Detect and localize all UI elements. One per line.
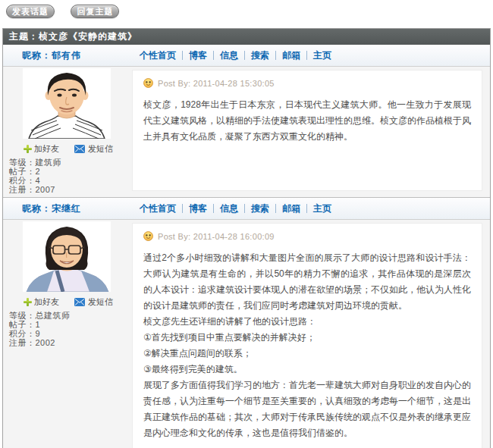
plus-icon — [24, 298, 32, 306]
avatar — [23, 221, 111, 292]
link-homepage[interactable]: 主页 — [307, 204, 338, 213]
avatar — [23, 68, 111, 139]
forum-thread-page: 发表话题 回复主题 主题：桢文彦《安静的建筑》 昵称：郁有伟 个性首页 博客 信… — [0, 0, 493, 448]
post-1: 昵称：郁有伟 个性首页 博客 信息 搜索 邮箱 主页 — [3, 45, 490, 197]
plus-icon — [24, 145, 32, 153]
link-mailbox[interactable]: 邮箱 — [276, 204, 307, 213]
sidebar-actions: 加好友 发短信 — [24, 143, 130, 155]
add-friend-link[interactable]: 加好友 — [24, 296, 59, 308]
post-1-content-box: Post By: 2011-04-28 15:30:05 桢文彦，1928年出生… — [132, 70, 482, 191]
link-search[interactable]: 搜索 — [245, 204, 276, 213]
post-timestamp: Post By: 2011-04-28 16:00:09 — [158, 232, 275, 241]
link-homepage[interactable]: 主页 — [307, 51, 338, 60]
user-links: 个性首页 博客 信息 搜索 邮箱 主页 — [133, 204, 338, 213]
stat-points: 积分：9 — [9, 329, 130, 338]
send-message-label: 发短信 — [88, 296, 113, 308]
post-2-body: 加好友 发短信 等级：总建筑师 帖子：1 积分：9 注册：2 — [3, 220, 490, 448]
post-1-header: 昵称：郁有伟 个性首页 博客 信息 搜索 邮箱 主页 — [3, 45, 490, 67]
post-meta: Post By: 2011-04-28 16:00:09 — [143, 231, 471, 241]
stat-points: 积分：4 — [9, 176, 130, 185]
sidebar-actions: 加好友 发短信 — [24, 296, 130, 308]
link-search[interactable]: 搜索 — [245, 51, 276, 60]
link-info[interactable]: 信息 — [214, 51, 245, 60]
stat-registered: 注册：2002 — [9, 338, 130, 347]
smiley-icon — [143, 78, 153, 88]
thread-title-bar: 主题：桢文彦《安静的建筑》 — [3, 29, 490, 45]
user-stats: 等级：建筑师 帖子：2 积分：4 注册：2007 — [9, 158, 130, 194]
link-blog[interactable]: 博客 — [183, 51, 214, 60]
user-links: 个性首页 博客 信息 搜索 邮箱 主页 — [133, 51, 338, 60]
send-message-link[interactable]: 发短信 — [74, 296, 113, 308]
add-friend-link[interactable]: 加好友 — [24, 143, 59, 155]
add-friend-label: 加好友 — [34, 143, 59, 155]
post-text: 通过2个多小时细致的讲解和大量图片全面的展示了大师的设计思路和设计手法：大师认为… — [143, 250, 471, 441]
post-list-item-1: ①首先找到项目中重点要解决的并解决好； — [143, 330, 471, 346]
send-message-label: 发短信 — [88, 143, 113, 155]
stat-level: 等级：建筑师 — [9, 158, 130, 167]
post-paragraph: 通过2个多小时细致的讲解和大量图片全面的展示了大师的设计思路和设计手法：大师认为… — [143, 250, 471, 314]
envelope-icon — [74, 145, 85, 153]
post-paragraph: 展现了多方面值得我们学习的地方：首先老一辈建筑大师对自身职业的发自内心的责任感，… — [143, 378, 471, 441]
post-2: 昵称：宋继红 个性首页 博客 信息 搜索 邮箱 主页 — [3, 197, 490, 448]
link-blog[interactable]: 博客 — [183, 204, 214, 213]
link-info[interactable]: 信息 — [214, 204, 245, 213]
smiley-icon — [143, 231, 153, 241]
post-list-item-2: ②解决重点问题间的联系； — [143, 346, 471, 362]
stat-level: 等级：总建筑师 — [9, 311, 130, 320]
nickname-label: 昵称：宋继红 — [3, 202, 133, 215]
post-2-header: 昵称：宋继红 个性首页 博客 信息 搜索 邮箱 主页 — [3, 198, 490, 220]
post-list-item-3: ③最终得到完美的建筑。 — [143, 362, 471, 378]
stat-posts: 帖子：2 — [9, 167, 130, 176]
send-message-link[interactable]: 发短信 — [74, 143, 113, 155]
post-paragraph: 桢文彦，1928年出生于日本东京，日本现代主义建筑大师。他一生致力于发展现代主义… — [143, 97, 471, 145]
nickname-label: 昵称：郁有伟 — [3, 49, 133, 62]
post-topic-button[interactable]: 发表话题 — [6, 5, 55, 18]
thread-toolbar: 发表话题 回复主题 — [0, 0, 493, 28]
post-1-body: 加好友 发短信 等级：建筑师 帖子：2 积分：4 注册：20 — [3, 67, 490, 197]
link-mailbox[interactable]: 邮箱 — [276, 51, 307, 60]
envelope-icon — [74, 298, 85, 306]
man-portrait-illustration — [23, 68, 111, 139]
add-friend-label: 加好友 — [34, 296, 59, 308]
post-timestamp: Post By: 2011-04-28 15:30:05 — [158, 79, 275, 88]
reply-topic-button[interactable]: 回复主题 — [71, 5, 119, 18]
stat-registered: 注册：2007 — [9, 185, 130, 194]
link-personal-home[interactable]: 个性首页 — [133, 204, 183, 213]
post-text: 桢文彦，1928年出生于日本东京，日本现代主义建筑大师。他一生致力于发展现代主义… — [143, 97, 471, 145]
post-meta: Post By: 2011-04-28 15:30:05 — [143, 78, 471, 88]
user-sidebar: 加好友 发短信 等级：总建筑师 帖子：1 积分：9 注册：2 — [3, 220, 130, 448]
user-stats: 等级：总建筑师 帖子：1 积分：9 注册：2002 — [9, 311, 130, 347]
user-sidebar: 加好友 发短信 等级：建筑师 帖子：2 积分：4 注册：20 — [3, 67, 130, 197]
stat-posts: 帖子：1 — [9, 320, 130, 329]
post-2-content-box: Post By: 2011-04-28 16:00:09 通过2个多小时细致的讲… — [132, 223, 482, 448]
link-personal-home[interactable]: 个性首页 — [133, 51, 183, 60]
thread-container: 主题：桢文彦《安静的建筑》 昵称：郁有伟 个性首页 博客 信息 搜索 邮箱 主页 — [2, 28, 491, 448]
woman-portrait-illustration — [23, 221, 111, 292]
post-paragraph: 桢文彦先生还详细的讲解了他的设计思路： — [143, 314, 471, 330]
